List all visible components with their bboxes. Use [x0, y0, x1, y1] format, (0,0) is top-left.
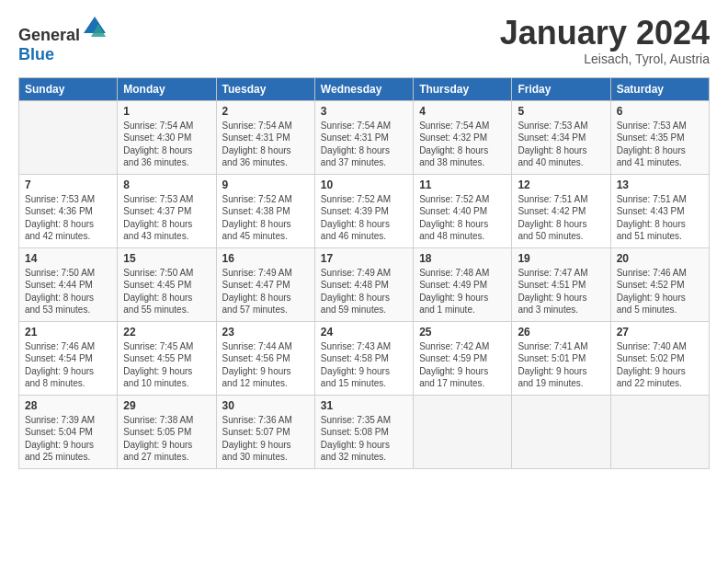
day-number: 15 [123, 252, 210, 265]
table-row: 8Sunrise: 7:53 AMSunset: 4:37 PMDaylight… [118, 174, 216, 247]
day-number: 22 [123, 326, 210, 339]
table-row: 7Sunrise: 7:53 AMSunset: 4:36 PMDaylight… [19, 174, 118, 247]
table-row: 31Sunrise: 7:35 AMSunset: 5:08 PMDayligh… [314, 395, 413, 468]
table-row: 16Sunrise: 7:49 AMSunset: 4:47 PMDayligh… [216, 247, 314, 321]
month-title: January 2024 [500, 15, 710, 52]
day-info: Sunrise: 7:36 AMSunset: 5:07 PMDaylight:… [222, 414, 309, 464]
day-info: Sunrise: 7:51 AMSunset: 4:42 PMDaylight:… [518, 193, 604, 243]
day-info: Sunrise: 7:49 AMSunset: 4:48 PMDaylight:… [321, 267, 407, 316]
calendar-table: Sunday Monday Tuesday Wednesday Thursday… [18, 77, 710, 469]
table-row: 27Sunrise: 7:40 AMSunset: 5:02 PMDayligh… [610, 321, 709, 395]
day-number: 3 [321, 105, 407, 118]
table-row: 25Sunrise: 7:42 AMSunset: 4:59 PMDayligh… [414, 321, 512, 395]
day-info: Sunrise: 7:54 AMSunset: 4:31 PMDaylight:… [321, 120, 407, 169]
day-number: 2 [222, 105, 309, 118]
title-section: January 2024 Leisach, Tyrol, Austria [500, 15, 710, 66]
table-row: 30Sunrise: 7:36 AMSunset: 5:07 PMDayligh… [216, 395, 314, 468]
table-row: 24Sunrise: 7:43 AMSunset: 4:58 PMDayligh… [314, 321, 413, 395]
day-info: Sunrise: 7:46 AMSunset: 4:54 PMDaylight:… [25, 340, 111, 390]
day-number: 11 [419, 178, 506, 191]
day-number: 16 [222, 252, 309, 265]
day-info: Sunrise: 7:39 AMSunset: 5:04 PMDaylight:… [25, 414, 111, 464]
table-row: 3Sunrise: 7:54 AMSunset: 4:31 PMDaylight… [314, 100, 413, 174]
day-number: 10 [321, 178, 407, 191]
table-row: 9Sunrise: 7:52 AMSunset: 4:38 PMDaylight… [216, 174, 314, 247]
day-number: 14 [25, 252, 111, 265]
header-saturday: Saturday [610, 77, 709, 100]
table-row: 4Sunrise: 7:54 AMSunset: 4:32 PMDaylight… [414, 100, 512, 174]
day-number: 19 [518, 252, 604, 265]
page-header: General Blue January 2024 Leisach, Tyrol… [18, 15, 710, 66]
day-number: 21 [25, 326, 111, 339]
day-info: Sunrise: 7:42 AMSunset: 4:59 PMDaylight:… [419, 340, 506, 390]
header-wednesday: Wednesday [314, 77, 413, 100]
table-row: 15Sunrise: 7:50 AMSunset: 4:45 PMDayligh… [118, 247, 216, 321]
logo-general-text: General [18, 26, 80, 44]
table-row: 23Sunrise: 7:44 AMSunset: 4:56 PMDayligh… [216, 321, 314, 395]
header-sunday: Sunday [19, 77, 118, 100]
day-info: Sunrise: 7:38 AMSunset: 5:05 PMDaylight:… [123, 414, 210, 464]
day-info: Sunrise: 7:40 AMSunset: 5:02 PMDaylight:… [617, 340, 703, 390]
day-number: 8 [123, 178, 210, 191]
logo-icon [82, 15, 108, 40]
table-row [414, 395, 512, 468]
table-row: 29Sunrise: 7:38 AMSunset: 5:05 PMDayligh… [118, 395, 216, 468]
day-number: 31 [321, 399, 407, 412]
day-number: 23 [222, 326, 309, 339]
day-info: Sunrise: 7:45 AMSunset: 4:55 PMDaylight:… [123, 340, 210, 390]
logo: General Blue [18, 15, 108, 64]
day-number: 12 [518, 178, 604, 191]
table-row: 1Sunrise: 7:54 AMSunset: 4:30 PMDaylight… [118, 100, 216, 174]
table-row: 22Sunrise: 7:45 AMSunset: 4:55 PMDayligh… [118, 321, 216, 395]
day-info: Sunrise: 7:41 AMSunset: 5:01 PMDaylight:… [518, 340, 604, 390]
table-row: 26Sunrise: 7:41 AMSunset: 5:01 PMDayligh… [512, 321, 610, 395]
calendar-week-row: 1Sunrise: 7:54 AMSunset: 4:30 PMDaylight… [19, 100, 710, 174]
logo-blue-text: Blue [18, 45, 54, 63]
day-info: Sunrise: 7:52 AMSunset: 4:40 PMDaylight:… [419, 193, 506, 243]
table-row: 10Sunrise: 7:52 AMSunset: 4:39 PMDayligh… [314, 174, 413, 247]
header-tuesday: Tuesday [216, 77, 314, 100]
calendar-week-row: 14Sunrise: 7:50 AMSunset: 4:44 PMDayligh… [19, 247, 710, 321]
day-info: Sunrise: 7:52 AMSunset: 4:39 PMDaylight:… [321, 193, 407, 243]
table-row: 17Sunrise: 7:49 AMSunset: 4:48 PMDayligh… [314, 247, 413, 321]
calendar-week-row: 21Sunrise: 7:46 AMSunset: 4:54 PMDayligh… [19, 321, 710, 395]
day-info: Sunrise: 7:53 AMSunset: 4:35 PMDaylight:… [617, 120, 703, 169]
table-row: 11Sunrise: 7:52 AMSunset: 4:40 PMDayligh… [414, 174, 512, 247]
day-info: Sunrise: 7:53 AMSunset: 4:36 PMDaylight:… [25, 193, 111, 243]
header-thursday: Thursday [414, 77, 512, 100]
page-container: General Blue January 2024 Leisach, Tyrol… [0, 0, 728, 478]
day-info: Sunrise: 7:44 AMSunset: 4:56 PMDaylight:… [222, 340, 309, 390]
table-row: 13Sunrise: 7:51 AMSunset: 4:43 PMDayligh… [610, 174, 709, 247]
day-info: Sunrise: 7:54 AMSunset: 4:30 PMDaylight:… [123, 120, 210, 169]
day-number: 26 [518, 326, 604, 339]
header-friday: Friday [512, 77, 610, 100]
day-number: 13 [617, 178, 703, 191]
table-row: 5Sunrise: 7:53 AMSunset: 4:34 PMDaylight… [512, 100, 610, 174]
header-monday: Monday [118, 77, 216, 100]
calendar-week-row: 28Sunrise: 7:39 AMSunset: 5:04 PMDayligh… [19, 395, 710, 468]
table-row: 14Sunrise: 7:50 AMSunset: 4:44 PMDayligh… [19, 247, 118, 321]
table-row: 20Sunrise: 7:46 AMSunset: 4:52 PMDayligh… [610, 247, 709, 321]
day-number: 18 [419, 252, 506, 265]
table-row [19, 100, 118, 174]
day-number: 5 [518, 105, 604, 118]
table-row: 21Sunrise: 7:46 AMSunset: 4:54 PMDayligh… [19, 321, 118, 395]
day-number: 7 [25, 178, 111, 191]
day-info: Sunrise: 7:53 AMSunset: 4:37 PMDaylight:… [123, 193, 210, 243]
calendar-week-row: 7Sunrise: 7:53 AMSunset: 4:36 PMDaylight… [19, 174, 710, 247]
day-number: 28 [25, 399, 111, 412]
day-info: Sunrise: 7:49 AMSunset: 4:47 PMDaylight:… [222, 267, 309, 316]
day-number: 25 [419, 326, 506, 339]
day-number: 27 [617, 326, 703, 339]
day-info: Sunrise: 7:53 AMSunset: 4:34 PMDaylight:… [518, 120, 604, 169]
day-info: Sunrise: 7:50 AMSunset: 4:45 PMDaylight:… [123, 267, 210, 316]
day-info: Sunrise: 7:52 AMSunset: 4:38 PMDaylight:… [222, 193, 309, 243]
table-row [512, 395, 610, 468]
day-info: Sunrise: 7:54 AMSunset: 4:31 PMDaylight:… [222, 120, 309, 169]
table-row [610, 395, 709, 468]
table-row: 2Sunrise: 7:54 AMSunset: 4:31 PMDaylight… [216, 100, 314, 174]
day-info: Sunrise: 7:50 AMSunset: 4:44 PMDaylight:… [25, 267, 111, 316]
day-number: 29 [123, 399, 210, 412]
calendar-header-row: Sunday Monday Tuesday Wednesday Thursday… [19, 77, 710, 100]
day-number: 24 [321, 326, 407, 339]
